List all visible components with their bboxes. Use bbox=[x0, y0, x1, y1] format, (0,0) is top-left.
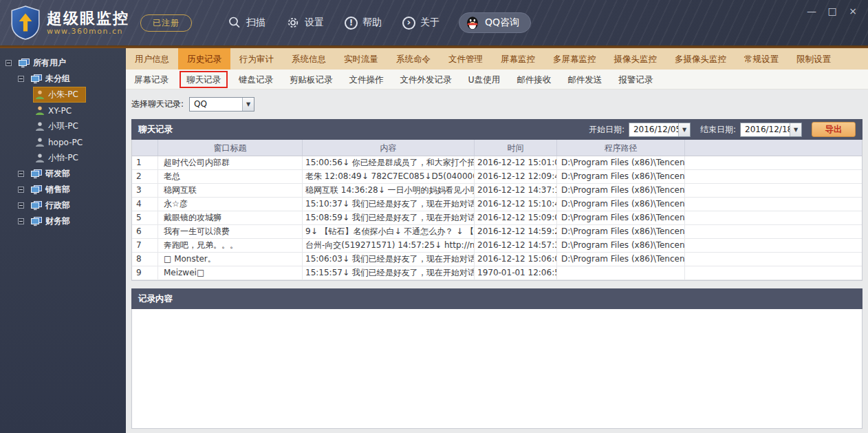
tree-item[interactable]: 小琪-PC bbox=[0, 118, 126, 134]
end-date-picker[interactable]: 2016/12/18 bbox=[740, 123, 802, 137]
row-window-title: 戴眼镜的攻城狮 bbox=[158, 211, 303, 224]
row-index: 3 bbox=[132, 184, 158, 197]
sub-tab[interactable]: 键盘记录 bbox=[230, 70, 281, 89]
row-index: 7 bbox=[132, 239, 158, 252]
row-index: 1 bbox=[132, 156, 158, 169]
main-tab[interactable]: 用户信息 bbox=[126, 48, 178, 70]
tree-item[interactable]: 小朱-PC bbox=[0, 87, 126, 103]
end-date-value: 2016/12/18 bbox=[741, 125, 790, 134]
tree-item[interactable]: 未分组 bbox=[0, 71, 126, 87]
sub-tab[interactable]: 屏幕记录 bbox=[126, 70, 177, 89]
app-url: www.360mon.cn bbox=[47, 27, 129, 36]
col-header-index bbox=[132, 140, 158, 156]
row-path: D:\Program Files (x86)\Tencent\ bbox=[557, 211, 685, 224]
gear-icon bbox=[286, 16, 300, 30]
tree-item[interactable]: 所有用户 bbox=[0, 55, 126, 71]
row-path bbox=[557, 266, 685, 279]
tree-item-label: 未分组 bbox=[45, 73, 70, 85]
main-tab[interactable]: 历史记录 bbox=[178, 48, 230, 70]
export-button[interactable]: 导出 bbox=[812, 122, 856, 137]
main-tab[interactable]: 常规设置 bbox=[735, 48, 788, 70]
table-row[interactable]: 1 超时代公司内部群 15:00:56↓ 你已经是群成员了，和大家打个招呼吧！ … bbox=[132, 156, 862, 170]
tree-item[interactable]: 小怡-PC bbox=[0, 150, 126, 166]
tree-item[interactable]: hopo-PC bbox=[0, 134, 126, 150]
qq-consult-button[interactable]: QQ咨询 bbox=[459, 12, 531, 33]
start-date-value: 2016/12/05 bbox=[629, 125, 678, 134]
record-panel-title: 记录内容 bbox=[138, 293, 173, 305]
row-window-title: 奔跑吧，兄弟。。。 bbox=[158, 239, 303, 252]
row-time: 2016-12-12 15:06:06 bbox=[475, 253, 557, 266]
tree-expander-icon[interactable] bbox=[18, 218, 24, 224]
table-row[interactable]: 8 □ Monster。 15:06:03↓ 我们已经是好友了，现在开始对话吧！… bbox=[132, 253, 862, 266]
settings-button[interactable]: 设置 bbox=[286, 16, 324, 30]
chevron-down-icon[interactable] bbox=[678, 123, 690, 136]
app-window: 超级眼监控 www.360mon.cn 已注册 扫描 设置 帮助 bbox=[0, 0, 868, 433]
close-button[interactable]: × bbox=[847, 6, 858, 17]
tree-item[interactable]: 行政部 bbox=[0, 198, 126, 213]
sub-tab-label: U盘使用 bbox=[468, 74, 501, 85]
row-path: D:\Program Files (x86)\Tencent\ bbox=[557, 239, 685, 252]
table-row[interactable]: 9 Meizwei□ 15:15:57↓ 我们已经是好友了，现在开始对话吧！ ↓… bbox=[132, 266, 862, 280]
main-tab[interactable]: 限制设置 bbox=[788, 48, 840, 70]
main-tab[interactable]: 摄像头监控 bbox=[605, 48, 666, 70]
qq-penguin-icon bbox=[465, 15, 480, 30]
maximize-button[interactable]: □ bbox=[827, 6, 838, 17]
row-index: 4 bbox=[132, 198, 158, 211]
table-row[interactable]: 4 永☆彦 15:10:37↓ 我们已经是好友了，现在开始对话吧！ ↓ 2016… bbox=[132, 198, 862, 211]
row-time: 2016-12-12 14:59:24 bbox=[475, 225, 557, 238]
main-tab[interactable]: 系统信息 bbox=[283, 48, 335, 70]
sub-tab[interactable]: 邮件发送 bbox=[559, 70, 610, 89]
sub-tab[interactable]: 邮件接收 bbox=[508, 70, 559, 89]
main-tab[interactable]: 屏幕监控 bbox=[492, 48, 544, 70]
tree-expander-icon[interactable] bbox=[18, 76, 24, 82]
tree-item[interactable]: 研发部 bbox=[0, 166, 126, 182]
table-row[interactable]: 5 戴眼镜的攻城狮 15:08:59↓ 我们已经是好友了，现在开始对话吧！ ↓ … bbox=[132, 211, 862, 225]
help-button[interactable]: 帮助 bbox=[345, 17, 382, 30]
main-tab[interactable]: 系统命令 bbox=[387, 48, 440, 70]
row-content: 15:08:59↓ 我们已经是好友了，现在开始对话吧！ ↓ bbox=[303, 211, 475, 224]
row-time: 2016-12-12 14:37:18 bbox=[475, 184, 557, 197]
scan-button[interactable]: 扫描 bbox=[228, 16, 265, 30]
row-path: D:\Program Files (x86)\Tencent\ bbox=[557, 184, 685, 197]
tree-item[interactable]: 销售部 bbox=[0, 182, 126, 198]
sub-tab[interactable]: 文件外发记录 bbox=[392, 70, 460, 89]
tree-item-label: 财务部 bbox=[45, 215, 70, 227]
sub-tab[interactable]: 文件操作 bbox=[341, 70, 392, 89]
record-content-body bbox=[131, 309, 862, 429]
main-tab[interactable]: 实时流量 bbox=[335, 48, 387, 70]
sub-tab[interactable]: 聊天记录 bbox=[180, 71, 228, 88]
main-tab-label: 多摄像头监控 bbox=[675, 54, 726, 64]
tree-item-label: hopo-PC bbox=[48, 138, 83, 147]
row-index: 9 bbox=[132, 266, 158, 279]
minimize-button[interactable]: — bbox=[806, 6, 817, 17]
tree-expander-icon[interactable] bbox=[6, 60, 12, 66]
sub-tab[interactable]: U盘使用 bbox=[460, 70, 509, 89]
sub-tab[interactable]: 剪贴板记录 bbox=[281, 70, 341, 89]
user-offline-icon bbox=[35, 122, 45, 131]
tree-expander-icon[interactable] bbox=[18, 187, 24, 193]
main-tab[interactable]: 行为审计 bbox=[230, 48, 283, 70]
sub-tab-label: 邮件发送 bbox=[567, 74, 602, 85]
table-row[interactable]: 6 我有一生可以浪费 9↓ 【钻石】名侦探小白↓ 不通怎么办？ ↓ 【钻石】名 … bbox=[132, 225, 862, 239]
start-date-picker[interactable]: 2016/12/05 bbox=[629, 123, 691, 137]
tree-item[interactable]: XY-PC bbox=[0, 103, 126, 118]
table-row[interactable]: 2 老总 老朱 12:08:49↓ 782C7EC085↓D5(04000000… bbox=[132, 170, 862, 184]
table-row[interactable]: 3 稳网互联 稳网互联 14:36:28↓ 一日小明的妈妈看见小明的爸爸 201… bbox=[132, 184, 862, 198]
row-path: D:\Program Files (x86)\Tencent\ bbox=[557, 170, 685, 183]
main-tab[interactable]: 多摄像头监控 bbox=[666, 48, 735, 70]
main-tab[interactable]: 文件管理 bbox=[440, 48, 492, 70]
tree-expander-icon[interactable] bbox=[18, 202, 24, 209]
tree-expander-icon[interactable] bbox=[18, 171, 24, 177]
main-tab[interactable]: 多屏幕监控 bbox=[544, 48, 605, 70]
col-header-window-title: 窗口标题 bbox=[158, 140, 303, 156]
about-button[interactable]: 关于 bbox=[402, 17, 440, 30]
tree-item[interactable]: 财务部 bbox=[0, 213, 126, 229]
sub-tab[interactable]: 报警记录 bbox=[610, 70, 661, 89]
about-icon bbox=[402, 17, 415, 30]
chevron-down-icon[interactable] bbox=[242, 98, 254, 111]
main-tab-label: 摄像头监控 bbox=[614, 54, 658, 64]
table-row[interactable]: 7 奔跑吧，兄弟。。。 台州-向交(519271571) 14:57:25↓ h… bbox=[132, 239, 862, 253]
chevron-down-icon[interactable] bbox=[790, 123, 801, 136]
app-title: 超级眼监控 bbox=[47, 10, 129, 27]
chat-type-select[interactable]: QQ bbox=[189, 97, 254, 112]
